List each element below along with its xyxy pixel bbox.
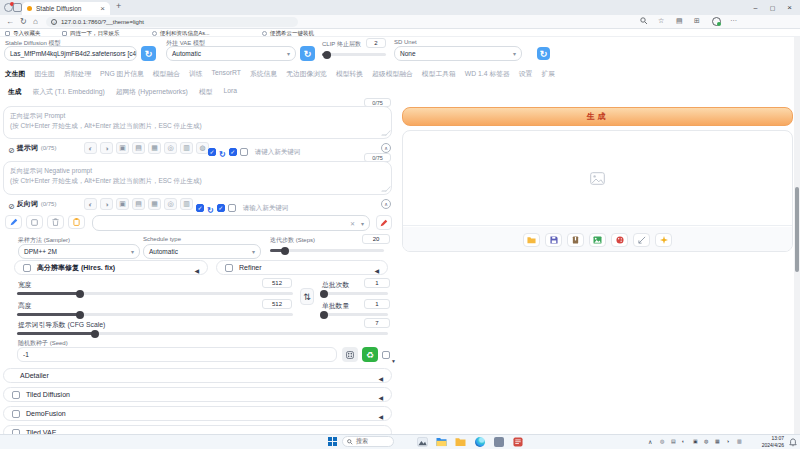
- keyword-input[interactable]: 请输入新关键词: [243, 204, 289, 213]
- positive-prompt-textarea[interactable]: 正向提示词 Prompt (按 Ctrl+Enter 开始生成，Alt+Ente…: [3, 106, 392, 139]
- taskbar-clock[interactable]: 13:07 2024/4/26: [762, 435, 784, 448]
- browser-profile-icon[interactable]: [712, 17, 721, 26]
- tray-icon-5[interactable]: [704, 438, 708, 444]
- batch-count-slider[interactable]: [322, 292, 388, 295]
- edit-mode-pencil-button[interactable]: [376, 215, 392, 230]
- window-close-button[interactable]: [781, 0, 798, 14]
- prompt-tool-icon-5[interactable]: [148, 142, 161, 154]
- negative-tool-icon-7[interactable]: [180, 198, 193, 210]
- tab-system-info[interactable]: 系统信息: [250, 69, 277, 79]
- sd-unet-refresh-button[interactable]: [537, 47, 550, 60]
- negative-prompt-textarea[interactable]: 反向提示词 Negative prompt (按 Ctrl+Enter 开始生成…: [3, 161, 392, 195]
- keyword-checkbox-3[interactable]: [240, 148, 248, 156]
- tab-extensions[interactable]: 扩展: [541, 69, 555, 79]
- hires-fix-accordion[interactable]: 高分辨率修复 (Hires. fix): [14, 260, 208, 275]
- save-icon[interactable]: [545, 233, 562, 247]
- width-input[interactable]: 512: [262, 278, 292, 288]
- prompt-tool-icon-2[interactable]: [100, 142, 113, 154]
- random-seed-dice-button[interactable]: [342, 347, 358, 362]
- subtab-embeddings[interactable]: 嵌入式 (T.I. Embedding): [33, 87, 105, 97]
- open-folder-icon[interactable]: [523, 233, 540, 247]
- tab-txt2img[interactable]: 文生图: [5, 69, 25, 79]
- bookmark-item[interactable]: 便携希云一键装机: [262, 30, 314, 37]
- image-preview-area[interactable]: [403, 131, 792, 226]
- subtab-hypernetworks[interactable]: 超网络 (Hypernetworks): [116, 87, 188, 97]
- hires-fix-checkbox[interactable]: [23, 264, 31, 272]
- notes-app-icon[interactable]: [512, 436, 523, 447]
- tab-train[interactable]: 训练: [189, 69, 203, 79]
- extensions-icon[interactable]: [694, 17, 700, 25]
- url-bar[interactable]: i 127.0.0.1:7860/?__theme=light: [46, 17, 298, 27]
- negative-collapse-button[interactable]: [381, 199, 391, 209]
- subtab-checkpoints[interactable]: 模型: [199, 87, 213, 97]
- scrollbar-thumb[interactable]: [795, 187, 799, 272]
- tray-icon-8[interactable]: [737, 438, 742, 444]
- clip-skip-input[interactable]: 2: [366, 38, 386, 48]
- tray-icon-4[interactable]: [693, 438, 698, 444]
- subtab-generation[interactable]: 生成: [8, 87, 22, 97]
- save-zip-icon[interactable]: [567, 233, 584, 247]
- keyword-checkbox-3[interactable]: [228, 204, 236, 212]
- keyword-refresh-icon[interactable]: [219, 143, 226, 161]
- height-input[interactable]: 512: [262, 299, 292, 309]
- tab-model-converter[interactable]: 模型转换: [336, 69, 363, 79]
- batch-size-input[interactable]: 1: [364, 299, 390, 309]
- search-icon[interactable]: [640, 17, 648, 26]
- tab-wd14-tagger[interactable]: WD 1.4 标签器: [465, 69, 510, 79]
- tab-img2img[interactable]: 图生图: [34, 69, 54, 79]
- window-maximize-button[interactable]: [764, 0, 781, 14]
- keyword-checkbox-1[interactable]: [196, 204, 204, 212]
- tray-icon-7[interactable]: [726, 438, 729, 444]
- send-to-img2img-icon[interactable]: [589, 233, 606, 247]
- prompt-tool-icon-4[interactable]: [132, 142, 145, 154]
- tab-supermerger[interactable]: 超级模型融合: [372, 69, 413, 79]
- prompt-toggle-icon[interactable]: [8, 139, 15, 157]
- home-icon[interactable]: [33, 17, 38, 27]
- page-scrollbar[interactable]: [794, 37, 800, 434]
- model-refresh-button[interactable]: [141, 46, 156, 61]
- workspaces-icon[interactable]: [13, 3, 22, 12]
- back-icon[interactable]: [6, 17, 14, 27]
- refiner-checkbox[interactable]: [225, 264, 233, 272]
- negative-tool-icon-1[interactable]: [84, 198, 97, 210]
- seed-extra-caret-icon[interactable]: [391, 349, 396, 367]
- tab-tensorrt[interactable]: TensorRT: [212, 69, 241, 79]
- new-tab-button[interactable]: [116, 1, 121, 11]
- app-icon-gray[interactable]: [493, 436, 504, 447]
- height-slider[interactable]: [17, 313, 293, 316]
- negative-tool-icon-6[interactable]: [164, 198, 177, 210]
- tab-model-toolkit[interactable]: 模型工具箱: [422, 69, 456, 79]
- steps-slider[interactable]: [270, 249, 384, 252]
- swap-dimensions-button[interactable]: [300, 288, 314, 305]
- tab-image-browser[interactable]: 无边图像浏览: [286, 69, 327, 79]
- extra-seed-checkbox[interactable]: [382, 351, 390, 359]
- clipboard-icon[interactable]: [68, 215, 85, 229]
- send-to-inpaint-icon[interactable]: [611, 233, 628, 247]
- prompt-collapse-button[interactable]: [381, 143, 391, 153]
- send-to-extras-icon[interactable]: [633, 233, 650, 247]
- edit-pencil-button[interactable]: [5, 215, 22, 229]
- file-explorer-icon[interactable]: [436, 436, 447, 447]
- cfg-input[interactable]: 7: [364, 318, 390, 328]
- favorites-icon[interactable]: [658, 17, 664, 25]
- seed-input[interactable]: [17, 347, 337, 362]
- keyword-checkbox-1[interactable]: [208, 148, 216, 156]
- cfg-slider[interactable]: [17, 332, 388, 335]
- tray-icon-3[interactable]: [682, 438, 685, 444]
- subtab-lora[interactable]: Lora: [223, 87, 237, 97]
- vae-refresh-button[interactable]: [300, 46, 315, 61]
- prompt-tool-icon-7[interactable]: [180, 142, 193, 154]
- browser-tab[interactable]: Stable Diffusion: [22, 2, 110, 15]
- batch-size-slider[interactable]: [322, 313, 388, 316]
- steps-input[interactable]: 20: [362, 234, 390, 244]
- tab-checkpoint-merger[interactable]: 模型融合: [153, 69, 180, 79]
- keyword-checkbox-2[interactable]: [217, 204, 225, 212]
- edit-blank-button[interactable]: [26, 215, 43, 229]
- generate-button[interactable]: 生成: [402, 107, 793, 126]
- keyword-group-input[interactable]: [92, 215, 370, 231]
- demofusion-checkbox[interactable]: [12, 410, 20, 418]
- clip-skip-slider[interactable]: [322, 53, 386, 56]
- window-minimize-button[interactable]: [747, 0, 764, 14]
- batch-count-input[interactable]: 1: [364, 278, 390, 288]
- folder-app-icon[interactable]: [455, 436, 466, 447]
